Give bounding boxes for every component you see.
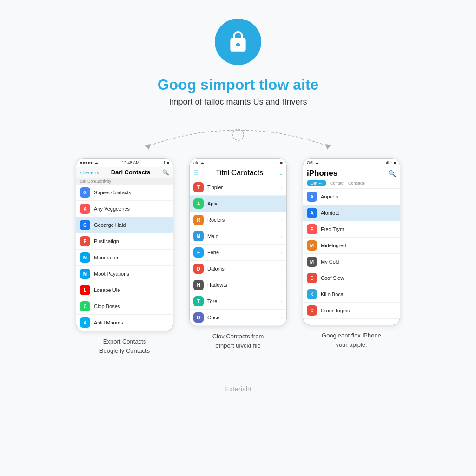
contact-icon: H [193, 280, 204, 290]
phone3-signal: O6I ☁ [307, 160, 319, 165]
contact-name: Alontote [321, 210, 339, 216]
contact-icon: M [80, 269, 90, 279]
list-item[interactable]: H Hadowts › [190, 277, 286, 293]
phone2-caption: Clov Contacts fromefnport ulvckt file [192, 332, 284, 350]
list-item[interactable]: M Mirlelngred [303, 238, 400, 254]
list-item[interactable]: M Malo › [190, 228, 286, 245]
chevron-right-icon: › [281, 315, 283, 320]
list-item[interactable]: P Pusficatign [76, 233, 173, 250]
contact-icon: M [193, 231, 204, 241]
contact-name: Monoration [94, 255, 119, 260]
phone1-time: 12:48 AM [122, 160, 139, 165]
phone1-nav: ‹ Setenk Darl Contacts 🔍 [76, 167, 173, 178]
phone1-caption: Export ContactsBeoglefly Contacts [78, 337, 171, 355]
contact-icon: G [80, 187, 90, 198]
contact-icon: O [193, 312, 204, 323]
contact-name: Malo [207, 233, 218, 239]
contact-icon: M [307, 257, 317, 267]
chevron-right-icon: › [281, 218, 283, 223]
contact-icon: C [80, 301, 90, 311]
contact-name: Tore [207, 298, 217, 304]
contact-name: Coof Slew [321, 275, 344, 281]
list-item[interactable]: R Roclers › [190, 212, 286, 228]
phone2-download-icon[interactable]: ↓ [279, 169, 283, 177]
list-item[interactable]: G Sppies Contacts [76, 185, 173, 201]
contact-icon: A [307, 208, 317, 218]
svg-marker-0 [145, 144, 151, 150]
list-item[interactable]: D Dalonis › [190, 261, 286, 277]
list-item[interactable]: O Orice › [190, 310, 286, 326]
contact-name: Orice [207, 315, 219, 320]
footer-text: Exterisht [225, 385, 251, 393]
phone3-search-icon[interactable]: 🔍 [388, 170, 396, 177]
contact-name: Ferle [207, 250, 219, 255]
contact-icon: A [80, 204, 90, 214]
list-item[interactable]: F Fred Trym [303, 221, 400, 238]
list-item[interactable]: A Aplia › [190, 196, 286, 212]
list-item[interactable]: A Aplill Moores [76, 315, 173, 331]
phone1-signal: ●●●●● ☁ [80, 160, 98, 165]
phone1-wrapper: ●●●●● ☁ 12:48 AM 1 ■ ‹ Setenk Darl Conta… [73, 158, 176, 355]
chevron-right-icon: › [281, 299, 283, 304]
contact-icon: L [80, 285, 90, 295]
contact-icon: D [193, 264, 204, 274]
contact-icon: C [307, 273, 317, 283]
phone2-status-bar: atil ☁ ↑ ■ [190, 159, 286, 167]
phone3-contact-list: A Aopreis A Alontote F Fred Trym M Mirle… [303, 189, 400, 319]
list-item[interactable]: T Tinpier › [190, 179, 286, 196]
contact-name: Clop Boses [94, 304, 120, 309]
list-item[interactable]: M My Cold [303, 254, 400, 270]
list-item[interactable]: T Tore › [190, 293, 286, 310]
phone1-section-label: Set Don/Sortivity [76, 178, 173, 185]
contact-name: Any Veggeenes [94, 206, 130, 212]
list-item[interactable]: A Alontote [303, 205, 400, 221]
phone1-nav-title: Darl Contacts [111, 169, 151, 176]
list-item[interactable]: A Aopreis [303, 189, 400, 205]
contact-icon: T [193, 296, 204, 306]
contact-icon: A [80, 317, 90, 328]
chevron-right-icon: › [281, 250, 283, 255]
app-icon [215, 19, 261, 65]
list-item[interactable]: M Monoration [76, 250, 173, 266]
list-item[interactable]: C Coof Slew [303, 270, 400, 286]
contact-name: Aplia [207, 201, 218, 206]
svg-point-2 [232, 129, 244, 140]
contact-name: Hadowts [207, 282, 227, 288]
list-item[interactable]: C Croor Togms [303, 303, 400, 319]
phone2-wrapper: atil ☁ ↑ ■ ☰ Titnl Carotacts ↓ T Tinpier… [187, 158, 289, 350]
list-item[interactable]: M Moot Payations [76, 266, 173, 282]
contact-icon: P [80, 236, 90, 246]
list-item[interactable]: F Ferle › [190, 245, 286, 261]
list-item[interactable]: L Loeape Ule [76, 282, 173, 298]
phone3-sub-label1: Contact [330, 181, 344, 185]
contact-icon: M [307, 240, 317, 251]
contact-icon: A [307, 192, 317, 202]
list-item[interactable]: G Geoarge Hald [76, 217, 173, 233]
list-item[interactable]: K Kilin Bocal [303, 286, 400, 303]
phone3-battery: atl ↑ ■ [385, 160, 396, 165]
page-title: Goog simport tlow aite [158, 76, 319, 93]
list-item[interactable]: C Clop Boses [76, 298, 173, 315]
phone1-back-button[interactable]: ‹ Setenk [80, 170, 99, 175]
contact-icon: R [193, 215, 204, 225]
phone1: ●●●●● ☁ 12:48 AM 1 ■ ‹ Setenk Darl Conta… [76, 158, 173, 331]
phone3-caption: Googleant flex iPhoneyour apiple. [305, 331, 398, 349]
contact-name: Moot Payations [94, 271, 129, 277]
contact-icon: T [193, 182, 204, 192]
contact-name: Loeape Ule [94, 287, 120, 293]
svg-marker-1 [325, 144, 331, 150]
chevron-right-icon: › [281, 234, 283, 239]
phone2-menu-icon[interactable]: ☰ [193, 169, 199, 177]
contact-icon: C [307, 305, 317, 316]
phone2-battery: ↑ ■ [277, 160, 283, 165]
contact-icon: F [307, 224, 317, 234]
phone3-badge[interactable]: Oat ← [307, 180, 326, 186]
lock-icon [226, 30, 250, 53]
contact-name: Tinpier [207, 185, 223, 190]
phone2: atil ☁ ↑ ■ ☰ Titnl Carotacts ↓ T Tinpier… [189, 158, 287, 326]
phone1-contact-list: G Sppies Contacts A Any Veggeenes G Geoa… [76, 185, 173, 331]
list-item[interactable]: A Any Veggeenes [76, 201, 173, 217]
phone2-signal: atil ☁ [193, 160, 204, 165]
phone1-search-button[interactable]: 🔍 [162, 169, 169, 176]
contact-name: Fred Trym [321, 226, 344, 232]
